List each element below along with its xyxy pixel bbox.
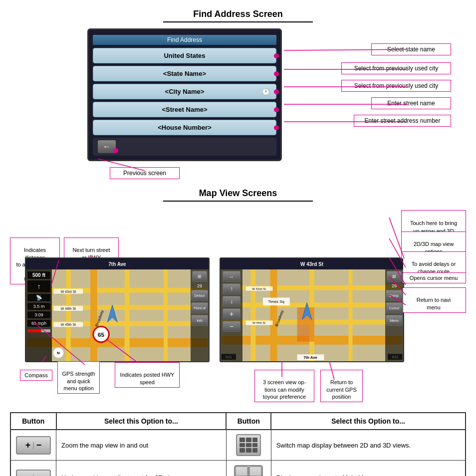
map-1-svg: 7th Ave W 43rd St W 44th St W 45th St Br… — [26, 258, 209, 361]
callout-posted-speed: Indicates posted HWY speed — [115, 362, 180, 388]
plus-icon: + — [25, 440, 31, 451]
device-title: Find Address — [93, 35, 276, 45]
map-2-left-panel: ↔ ↑ ↓ + − — [221, 269, 242, 361]
cross-button[interactable] — [234, 465, 263, 476]
map-view-section: Map View Screens Indicates distance to a… — [0, 183, 476, 397]
desc-menu: Display menu, jump to Main Menu — [271, 461, 466, 476]
time-box: 3:09 — [27, 311, 50, 318]
speed-box: 65 mph — [27, 320, 50, 327]
svg-text:W 42nd St: W 42nd St — [252, 287, 266, 290]
callout-select-city-1: Select from previously used city — [341, 62, 451, 74]
distance-box: 500 ft — [27, 271, 50, 279]
col4-header: Select this Option to... — [271, 413, 466, 430]
col2-header: Select this Option to... — [56, 413, 227, 430]
callout-enter-house: Enter street address number — [354, 115, 451, 127]
leg-distance-box: 3.5 m — [27, 303, 50, 310]
find-address-title: Find Address Screen — [10, 9, 466, 19]
compass-icon: N — [53, 347, 64, 358]
btn-cell-grid — [226, 430, 271, 461]
country-row[interactable]: United States — [93, 48, 276, 63]
map-view-title: Map View Screens — [10, 188, 466, 199]
callout-screen-options: 3 screen view op- tions can modify toyou… — [254, 370, 314, 402]
svg-rect-32 — [250, 269, 255, 361]
desc-2d3d: Switch map display between 2D and 3D vie… — [271, 430, 466, 461]
map-2-grid-button[interactable]: ⊞ — [387, 271, 402, 282]
svg-text:Times Sq: Times Sq — [268, 299, 284, 304]
svg-text:W 43rd St: W 43rd St — [61, 290, 76, 293]
nav-lr-btn[interactable]: ↔ — [223, 271, 240, 282]
divider2: | — [32, 474, 34, 476]
find-address-layout: Find Address United States <State Name> … — [10, 28, 466, 183]
map-2-compass-btn[interactable]: Comp. — [386, 290, 403, 301]
map-view-layout: Indicates distance to and direction of n… — [10, 208, 466, 397]
map-screen-2: Times Sq W 43rd St W 42nd St W 44th St 7… — [220, 257, 404, 362]
map-2-menu-btn[interactable]: Menu — [386, 315, 403, 326]
feature-table: Button Select this Option to... Button S… — [10, 412, 466, 476]
callout-return-gps: Return to current GPS position — [320, 370, 363, 402]
svg-rect-33 — [270, 269, 277, 361]
map-1-top-bar: 7th Ave — [26, 258, 209, 269]
map-2-street-label: W 43rd St — [300, 261, 323, 267]
map-1-left-panel: 500 ft ↑ 📡 3.5 m 3:09 65 mph — [26, 269, 52, 361]
callout-return-navi: Return to navi menu — [401, 287, 466, 313]
nav-up-btn[interactable]: ↑ — [223, 283, 240, 294]
callout-gps-strength: GPS strength and quick menu option — [57, 361, 100, 394]
device-screen: Find Address United States <State Name> … — [87, 28, 282, 161]
callout-previous-screen: Previous screen — [110, 167, 180, 179]
map-screen-1: 7th Ave W 43rd St W 44th St W 45th St Br… — [25, 257, 210, 362]
map-1-right-panel: ⊞ 29 Detour Point of Info — [191, 269, 209, 361]
svg-text:7th Ave: 7th Ave — [303, 355, 317, 360]
callout-select-city-2: Select from previously used city — [341, 80, 451, 92]
map-2-right-panel: ⊞ 29 Comp. Cursor Menu — [385, 269, 403, 361]
info-button[interactable]: Info — [191, 315, 208, 326]
svg-rect-35 — [349, 269, 353, 361]
callout-cursor-menu: Opens cursor menu — [401, 272, 466, 283]
find-address-section: Find Address Screen Find Address United … — [0, 0, 476, 183]
map-2-cursor-btn[interactable]: Cursor — [386, 302, 403, 313]
down-icon: ↓ — [36, 474, 40, 476]
btn-cell-cross — [226, 461, 271, 476]
minus-icon: − — [36, 440, 42, 451]
grid-button[interactable]: ⊞ — [192, 271, 207, 282]
svg-rect-11 — [66, 269, 71, 361]
svg-rect-13 — [125, 269, 130, 361]
state-row[interactable]: <State Name> — [93, 66, 276, 81]
grid-view-button[interactable] — [236, 434, 261, 456]
col3-header: Button — [226, 413, 271, 430]
street-row[interactable]: <Street Name> — [93, 102, 276, 117]
table-section: Button Select this Option to... Button S… — [10, 412, 466, 476]
clock-icon: 🕐 — [261, 88, 270, 96]
col1-header: Button — [10, 413, 56, 430]
up-icon: ↑ — [26, 474, 30, 476]
nav-plus-btn[interactable]: + — [223, 308, 240, 319]
plus-minus-button[interactable]: + | − — [16, 436, 51, 455]
nav-down-btn[interactable]: ↓ — [223, 296, 240, 307]
svg-text:W 45th St: W 45th St — [61, 323, 76, 326]
svg-text:W 44th St: W 44th St — [252, 321, 265, 324]
house-row[interactable]: <House Number> — [93, 120, 276, 135]
map-2-top-bar: W 43rd St — [221, 258, 403, 269]
up-down-button[interactable]: ↑ | ↓ — [16, 470, 51, 476]
callout-enter-street: Enter street name — [371, 97, 451, 109]
table-row-1: + | − Zoom the map view in and out — [10, 430, 466, 461]
signal-bar — [27, 329, 50, 332]
svg-rect-12 — [90, 269, 97, 361]
map-2-svg: Times Sq W 43rd St W 42nd St W 44th St 7… — [221, 258, 403, 361]
map-2-zoom-number: 29 — [392, 283, 397, 288]
divider: | — [32, 441, 34, 449]
svg-text:65: 65 — [98, 331, 105, 338]
city-row[interactable]: <City Name> 🕐 — [93, 84, 276, 99]
point-button[interactable]: Point of — [191, 302, 208, 313]
title-underline — [163, 21, 313, 22]
detour-button[interactable]: Detour — [191, 290, 208, 301]
btn-cell-up-down: ↑ | ↓ — [10, 461, 56, 476]
svg-rect-10 — [27, 338, 208, 347]
desc-horizon: Horizon up/down adjustment for 3D view — [56, 461, 227, 476]
device-bottom-bar: ← — [93, 138, 276, 156]
svg-rect-14 — [164, 269, 168, 361]
table-row-2: ↑ | ↓ Horizon up/down adjustment for 3D … — [10, 461, 466, 476]
desc-zoom: Zoom the map view in and out — [56, 430, 227, 461]
nav-minus-btn[interactable]: − — [223, 321, 240, 332]
gps-icon-box: 📡 — [27, 294, 50, 301]
callout-select-state: Select state name — [371, 43, 451, 55]
